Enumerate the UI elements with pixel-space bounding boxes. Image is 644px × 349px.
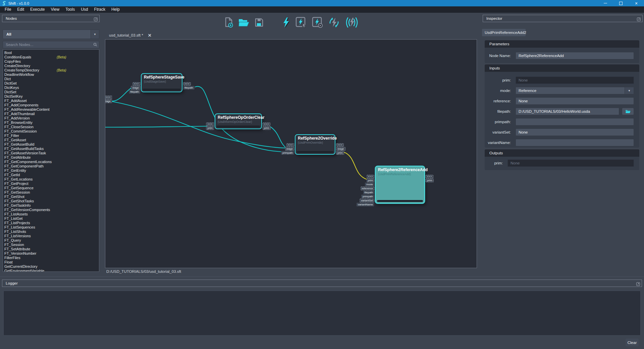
list-item[interactable]: FT_ListVersions — [3, 234, 99, 238]
list-item[interactable]: DeadlineWorkflow — [3, 72, 99, 77]
list-item[interactable]: Bool — [3, 51, 99, 55]
new-scene-icon[interactable] — [224, 17, 234, 28]
port-filepath[interactable]: filepath — [183, 86, 195, 90]
popout-icon[interactable] — [636, 281, 640, 288]
list-item[interactable]: Float — [3, 260, 99, 264]
tab-close-icon[interactable]: ✕ — [148, 33, 152, 38]
list-item[interactable]: FT_ListSequences — [3, 225, 99, 230]
port-reference[interactable]: reference — [360, 187, 374, 190]
minimize-button[interactable] — [598, 0, 613, 6]
list-item[interactable]: GetCurrentDirectory — [3, 264, 99, 269]
port-variantSet[interactable]: variantSet — [360, 199, 374, 202]
menu-item-ftrack[interactable]: Ftrack — [91, 6, 108, 13]
list-item[interactable]: FT_GetShot — [3, 195, 99, 199]
list-item[interactable]: FT_SetAttribute — [3, 247, 99, 251]
menu-item-execute[interactable]: Execute — [27, 6, 48, 13]
list-item[interactable]: FT_GetAsset — [3, 138, 99, 142]
list-item[interactable]: FT_BrowseEntity — [3, 120, 99, 125]
list-item[interactable]: DictGet — [3, 81, 99, 86]
browse-file-button[interactable] — [622, 108, 634, 115]
list-item[interactable]: FT_GetComponentPath — [3, 164, 99, 168]
field-input[interactable] — [516, 52, 634, 59]
popout-icon[interactable] — [637, 16, 641, 23]
menu-item-help[interactable]: Help — [108, 6, 123, 13]
close-button[interactable]: × — [629, 0, 644, 6]
list-item[interactable]: FT_GetVersionComponents — [3, 208, 99, 212]
menu-item-usd[interactable]: Usd — [78, 6, 91, 13]
list-item[interactable]: FT_GetAssetBuild — [3, 142, 99, 147]
list-item[interactable]: FT_GetId — [3, 173, 99, 177]
port-primpath[interactable]: primpath — [281, 151, 294, 155]
document-tab[interactable]: usd_tutorial_03.sft * ✕ — [105, 31, 156, 39]
port-stage[interactable]: stage — [336, 147, 345, 151]
list-item[interactable]: DictSet — [3, 90, 99, 94]
list-item[interactable]: FT_GetAttribute — [3, 155, 99, 160]
port-stage[interactable]: stage — [285, 147, 294, 151]
popout-icon[interactable] — [94, 16, 98, 23]
list-item[interactable]: Dict — [3, 77, 99, 81]
list-item[interactable]: FT_AddReviewableContent — [3, 107, 99, 112]
list-item[interactable]: FT_Query — [3, 238, 99, 243]
execute-to-node-icon[interactable] — [311, 16, 323, 29]
list-item[interactable]: FT_AddVersion — [3, 116, 99, 120]
list-item[interactable]: FT_GetAssetVersionTask — [3, 151, 99, 155]
port-primpath[interactable]: primpath — [361, 195, 374, 198]
port-prim[interactable]: prim — [366, 179, 374, 182]
menu-item-view[interactable]: View — [48, 6, 62, 13]
port-prim[interactable]: prim — [263, 126, 271, 130]
node-graph-canvas[interactable]: >>>stageRefSphereStageSave(UsdStageSave)… — [105, 39, 477, 268]
port-variantName[interactable]: variantName — [357, 203, 374, 206]
re-execute-icon[interactable] — [328, 16, 340, 29]
list-item[interactable]: FT_Session — [3, 243, 99, 247]
chevron-down-icon[interactable]: ▼ — [625, 87, 634, 94]
list-item[interactable]: FT_GetComponentLocations — [3, 160, 99, 164]
list-item[interactable]: ConditionEquals(Beta) — [3, 55, 99, 59]
list-item[interactable]: FT_AddAsset — [3, 99, 99, 103]
field-input[interactable] — [516, 108, 619, 115]
port-filepath[interactable]: filepath — [363, 191, 374, 194]
list-item[interactable]: FT_CommitSession — [3, 129, 99, 134]
list-item[interactable]: FT_GetAssetBuildTasks — [3, 147, 99, 151]
list-item[interactable]: DictKeys — [3, 86, 99, 90]
menu-item-file[interactable]: File — [2, 6, 14, 13]
save-scene-icon[interactable] — [254, 17, 264, 28]
list-item[interactable]: FT_Filter — [3, 134, 99, 138]
port-filepath[interactable]: filepath — [129, 90, 140, 94]
field-input[interactable] — [516, 139, 634, 146]
list-item[interactable]: FT_GetLocations — [3, 177, 99, 182]
port-stage[interactable]: stage — [131, 86, 140, 90]
list-item[interactable]: GetEnvironmentVariable — [3, 269, 99, 272]
port-prim[interactable]: prim — [336, 151, 344, 155]
list-item[interactable]: FilterFiles — [3, 256, 99, 260]
graph-node-RefSphereOpOrderClear[interactable]: RefSphereOpOrderClear(UsdXformOpOrderCle… — [215, 113, 262, 129]
list-item[interactable]: FT_GetShotTasks — [3, 199, 99, 203]
list-item[interactable]: FT_GetSequence — [3, 186, 99, 190]
menu-item-tools[interactable]: Tools — [62, 6, 78, 13]
open-scene-icon[interactable] — [238, 18, 250, 27]
node-filter-dropdown[interactable]: All ▼ — [3, 30, 99, 39]
list-item[interactable]: CreateDirectory — [3, 64, 99, 68]
list-item[interactable]: FT_AddComponents — [3, 103, 99, 107]
list-item[interactable]: FT_GetTaskInfo — [3, 203, 99, 208]
menu-item-edit[interactable]: Edit — [14, 6, 27, 13]
port-prim[interactable]: prim — [206, 126, 214, 130]
list-item[interactable]: FT_ListShots — [3, 230, 99, 234]
field-input[interactable] — [516, 97, 634, 105]
port-prim[interactable]: prim — [426, 179, 434, 182]
port-stage[interactable]: stage — [105, 99, 112, 103]
search-input[interactable] — [3, 41, 99, 48]
port-mode[interactable]: mode — [365, 183, 374, 186]
list-item[interactable]: DictSetKey — [3, 94, 99, 99]
list-item[interactable]: CopyFiles — [3, 59, 99, 64]
list-item[interactable]: FT_ListGet — [3, 216, 99, 221]
graph-node-RefSphere2Override[interactable]: RefSphere2Override(UsdPrimOverride) — [295, 134, 335, 155]
list-item[interactable]: FT_AddThumbnail — [3, 112, 99, 116]
field-input[interactable] — [516, 87, 634, 94]
list-item[interactable]: FT_ListProjects — [3, 221, 99, 225]
maximize-button[interactable] — [613, 0, 629, 6]
soft-execute-icon[interactable] — [345, 16, 359, 29]
list-item[interactable]: FT_GetSession — [3, 190, 99, 195]
execute-selected-icon[interactable] — [295, 16, 307, 29]
list-item[interactable]: CreateTempDirectory(Beta) — [3, 68, 99, 72]
list-item[interactable]: FT_VersionNumber — [3, 251, 99, 256]
